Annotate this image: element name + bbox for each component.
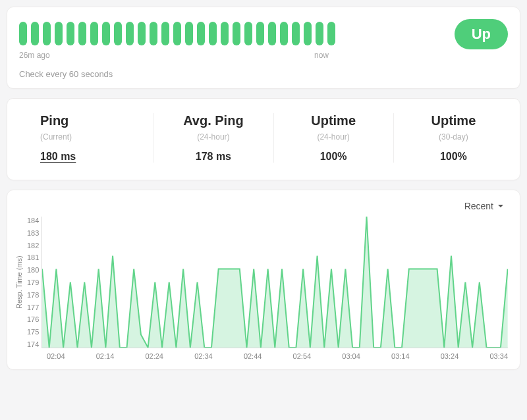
metric-title: Uptime bbox=[401, 113, 507, 128]
time-start-label: 26m ago bbox=[19, 51, 50, 60]
chart-area: Resp. Time (ms) 184183182181180179178177… bbox=[11, 217, 516, 348]
y-tick: 176 bbox=[27, 315, 39, 323]
status-body: 26m ago now Up bbox=[19, 19, 508, 60]
pulse-bar bbox=[43, 22, 51, 45]
metric-value: 100% bbox=[401, 151, 507, 163]
x-tick: 02:24 bbox=[145, 352, 163, 360]
x-tick: 02:14 bbox=[96, 352, 115, 360]
pulse-bars bbox=[19, 19, 428, 45]
pulse-bar bbox=[256, 22, 264, 45]
metric-value: 100% bbox=[281, 151, 387, 163]
metric: Avg. Ping(24-hour)178 ms bbox=[153, 113, 273, 163]
x-tick: 03:24 bbox=[441, 352, 459, 360]
metric-title: Ping bbox=[40, 113, 146, 128]
chart-card: Recent Resp. Time (ms) 18418318218118017… bbox=[7, 190, 520, 370]
x-tick: 03:04 bbox=[342, 352, 360, 360]
pulse-bar bbox=[292, 22, 300, 45]
pulse-bar bbox=[102, 22, 110, 45]
plot-area[interactable] bbox=[42, 217, 508, 348]
pulse-bar bbox=[90, 22, 98, 45]
check-interval-note: Check every 60 seconds bbox=[19, 69, 508, 79]
metric: Uptime(24-hour)100% bbox=[274, 113, 394, 163]
status-card: 26m ago now Up Check every 60 seconds bbox=[7, 7, 520, 89]
y-tick: 181 bbox=[27, 253, 39, 261]
y-tick: 182 bbox=[27, 242, 39, 249]
time-end-label: now bbox=[314, 51, 329, 60]
x-tick: 02:54 bbox=[293, 352, 312, 360]
pulse-bar bbox=[150, 22, 157, 45]
pulse-bar bbox=[55, 22, 63, 45]
pulse-bar bbox=[280, 22, 288, 45]
y-tick: 180 bbox=[27, 266, 39, 274]
y-tick: 183 bbox=[27, 229, 39, 237]
pulse-time-range: 26m ago now bbox=[19, 51, 329, 60]
pulse-bar bbox=[67, 22, 74, 45]
y-axis-ticks: 184183182181180179178177176175174 bbox=[24, 217, 42, 348]
pulse-bar bbox=[233, 22, 240, 45]
pulse-bar bbox=[173, 22, 181, 45]
pulse-bar bbox=[209, 22, 217, 45]
y-tick: 177 bbox=[27, 303, 39, 311]
metric-subtitle: (24-hour) bbox=[160, 132, 266, 142]
metric-value: 178 ms bbox=[160, 151, 266, 163]
metric-title: Uptime bbox=[281, 113, 387, 128]
metric-title: Avg. Ping bbox=[160, 113, 266, 128]
x-axis-ticks: 02:0402:1402:2402:3402:4402:5403:0403:14… bbox=[11, 348, 516, 365]
x-tick: 02:04 bbox=[47, 352, 65, 360]
pulse-bar bbox=[161, 22, 169, 45]
chevron-down-icon bbox=[497, 203, 504, 209]
pulse-bar bbox=[268, 22, 276, 45]
metric-value[interactable]: 180 ms bbox=[40, 151, 146, 163]
pulse-bar bbox=[78, 22, 86, 45]
pulse-bar bbox=[31, 22, 39, 45]
y-tick: 175 bbox=[27, 328, 39, 336]
metrics-card: Ping(Current)180 msAvg. Ping(24-hour)178… bbox=[7, 98, 520, 180]
y-tick: 184 bbox=[27, 217, 39, 224]
pulse-bar bbox=[19, 22, 27, 45]
x-tick: 02:44 bbox=[244, 352, 262, 360]
status-pill: Up bbox=[455, 19, 508, 49]
metric: Uptime(30-day)100% bbox=[394, 113, 513, 163]
pulse-bar bbox=[126, 22, 134, 45]
chart-toolbar: Recent bbox=[11, 201, 516, 217]
x-tick: 02:34 bbox=[194, 352, 213, 360]
x-tick: 03:14 bbox=[391, 352, 410, 360]
pulse-bar bbox=[244, 22, 252, 45]
response-time-line-chart bbox=[42, 217, 508, 348]
metric-subtitle: (Current) bbox=[40, 132, 146, 142]
y-tick: 179 bbox=[27, 278, 39, 286]
pulse-bar bbox=[316, 22, 323, 45]
pulse-bar bbox=[138, 22, 146, 45]
pulse-bar bbox=[114, 22, 122, 45]
y-tick: 174 bbox=[27, 340, 39, 348]
metrics-row: Ping(Current)180 msAvg. Ping(24-hour)178… bbox=[14, 113, 513, 163]
pulse-bar bbox=[185, 22, 193, 45]
chart-range-dropdown[interactable]: Recent bbox=[464, 201, 504, 211]
pulse-bar bbox=[221, 22, 229, 45]
y-axis-label: Resp. Time (ms) bbox=[14, 217, 24, 348]
metric: Ping(Current)180 ms bbox=[14, 113, 153, 163]
status-pill-label: Up bbox=[472, 26, 491, 42]
pulse-bar bbox=[304, 22, 312, 45]
pulse-wrap: 26m ago now bbox=[19, 19, 428, 60]
x-tick: 03:34 bbox=[489, 352, 508, 360]
y-tick: 178 bbox=[27, 291, 39, 299]
pulse-bar bbox=[197, 22, 205, 45]
metric-subtitle: (30-day) bbox=[401, 132, 507, 142]
metric-subtitle: (24-hour) bbox=[281, 132, 387, 142]
pulse-bar bbox=[327, 22, 335, 45]
chart-range-dropdown-label: Recent bbox=[464, 201, 493, 211]
